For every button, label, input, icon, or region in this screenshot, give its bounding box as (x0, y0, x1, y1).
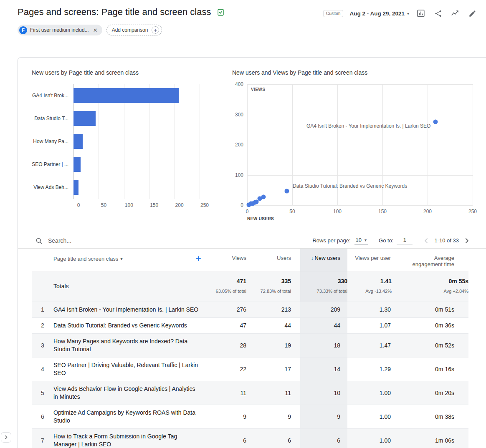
scatter-chart-title: New users and Views by Page title and sc… (232, 69, 486, 76)
bar[interactable] (73, 88, 179, 103)
add-dimension-icon[interactable]: + (196, 255, 201, 262)
views-per-user-header[interactable]: Views per user (347, 249, 392, 272)
row-views: 47 (209, 318, 256, 334)
x-tick-label: 100 (125, 202, 133, 208)
scatter-point[interactable] (285, 189, 289, 193)
share-icon[interactable] (433, 8, 443, 19)
bar[interactable] (73, 111, 96, 126)
chevron-right-icon[interactable] (461, 235, 472, 246)
data-quality-icon[interactable] (215, 7, 226, 18)
bar-category-label: Data Studio T... (32, 107, 68, 130)
scatter-point[interactable] (258, 196, 262, 201)
row-users: 44 (256, 318, 300, 334)
add-comparison-label: Add comparison (112, 27, 148, 33)
row-rank: 6 (32, 405, 53, 429)
x-tick-label: 250 (200, 202, 209, 208)
row-title: View Ads Behavior Flow in Google Analyti… (53, 381, 209, 405)
table-row[interactable]: 7How to Track a Form Submission in Googl… (32, 429, 468, 448)
new-users-header[interactable]: ↓New users (300, 249, 347, 272)
bar-chart-canvas (73, 84, 200, 199)
gridline (200, 84, 200, 199)
bar-category-label: GA4 Isn't Brok... (32, 84, 68, 107)
row-users: 17 (256, 357, 300, 381)
avg-engagement-header[interactable]: Average engagement time (392, 249, 468, 272)
add-comparison-chip[interactable]: Add comparison + (106, 25, 162, 35)
x-tick-label: 150 (378, 209, 387, 214)
table-toolbar: Rows per page: 10 ▾ Go to: 1-10 of 33 (18, 233, 486, 249)
row-title: Optimize Ad Campaigns by Keywords ROAS w… (53, 405, 209, 429)
date-preset-badge: Custom (323, 10, 343, 17)
rows-per-page-select[interactable]: 10 ▾ (354, 236, 368, 245)
goto-page-input[interactable] (397, 237, 413, 244)
row-views-per-user: 1.29 (347, 357, 392, 381)
search-icon[interactable] (35, 237, 43, 244)
bar[interactable] (73, 180, 78, 195)
gridline (247, 175, 473, 176)
row-views-per-user: 1.47 (347, 334, 392, 357)
bar[interactable] (73, 157, 81, 172)
row-new-users: 18 (300, 334, 347, 357)
page-title: Pages and screens: Page title and screen… (18, 7, 211, 18)
close-icon[interactable]: ✕ (92, 27, 99, 33)
date-range-picker[interactable]: Aug 2 - Aug 29, 2021 ▾ (349, 10, 409, 17)
y-tick-label: 300 (235, 112, 243, 118)
insights-icon[interactable] (450, 8, 461, 19)
row-views: 28 (209, 334, 256, 357)
row-users: 9 (256, 405, 300, 429)
scatter-point[interactable] (247, 202, 251, 207)
filter-avatar: F (19, 26, 27, 34)
x-tick-label: 0 (77, 202, 80, 208)
bar-chart-body: GA4 Isn't Brok...Data Studio T...How Man… (32, 84, 232, 199)
dimension-header[interactable]: Page title and screen class ▾ + (53, 249, 209, 272)
views-header[interactable]: Views (209, 249, 256, 272)
row-rank: 4 (32, 357, 53, 381)
row-views: 9 (209, 405, 256, 429)
x-axis-label: NEW USERS (247, 216, 486, 221)
row-rank: 7 (32, 429, 53, 448)
totals-views: 47163.05% of total (209, 272, 256, 302)
customize-report-icon[interactable] (415, 8, 426, 19)
row-rank: 3 (32, 334, 53, 357)
gridline (428, 84, 428, 205)
row-users: 11 (256, 381, 300, 405)
row-views-per-user: 1.07 (347, 318, 392, 334)
filter-chip[interactable]: F First user medium includ... ✕ (18, 25, 102, 35)
table-row[interactable]: 6Optimize Ad Campaigns by Keywords ROAS … (32, 405, 468, 429)
row-new-users: 209 (300, 302, 347, 318)
search-input[interactable] (48, 237, 182, 244)
users-header[interactable]: Users (256, 249, 300, 272)
gridline (247, 115, 473, 115)
rows-per-page-label: Rows per page: (312, 237, 350, 244)
row-views-per-user: 1.30 (347, 302, 392, 318)
edit-icon[interactable] (467, 8, 478, 19)
table-row[interactable]: 5View Ads Behavior Flow in Google Analyt… (32, 381, 468, 405)
totals-body: Totals 47163.05% of total 33572.83% of t… (32, 272, 468, 302)
row-views: 11 (209, 381, 256, 405)
gridline (247, 145, 473, 145)
totals-users: 33572.83% of total (256, 272, 300, 302)
pagination-controls: Rows per page: 10 ▾ Go to: 1-10 of 33 (312, 235, 472, 246)
row-title: SEO Partner | Driving Valuable, Relevant… (53, 357, 209, 381)
report-card: New users by Page title and screen class… (18, 57, 486, 448)
row-title: Data Studio Tutorial: Branded vs Generic… (53, 318, 209, 334)
chevron-left-icon[interactable] (421, 235, 432, 246)
scatter-point[interactable] (433, 119, 438, 124)
table-row[interactable]: 3How Many Pages and Keywords are Indexed… (32, 334, 468, 357)
pagination-range-label: 1-10 of 33 (434, 237, 459, 244)
table-row[interactable]: 2Data Studio Tutorial: Branded vs Generi… (32, 318, 468, 334)
row-new-users: 9 (300, 405, 347, 429)
nav-expand-button[interactable] (1, 432, 11, 443)
chevron-down-icon: ▾ (407, 11, 409, 16)
bar[interactable] (73, 134, 83, 149)
table-row[interactable]: 4SEO Partner | Driving Valuable, Relevan… (32, 357, 468, 381)
row-users: 213 (256, 302, 300, 318)
table-body: 1GA4 Isn't Broken - Your Implementation … (32, 302, 468, 448)
row-avg-engagement: 0m 36s (392, 318, 468, 334)
x-tick-label: 100 (333, 209, 342, 214)
x-tick-label: 0 (246, 209, 249, 214)
totals-new-users: 33073.33% of total (300, 272, 347, 302)
row-users: 6 (256, 429, 300, 448)
x-tick-label: 250 (468, 209, 477, 214)
table-row[interactable]: 1GA4 Isn't Broken - Your Implementation … (32, 302, 468, 318)
row-avg-engagement: 0m 38s (392, 405, 468, 429)
